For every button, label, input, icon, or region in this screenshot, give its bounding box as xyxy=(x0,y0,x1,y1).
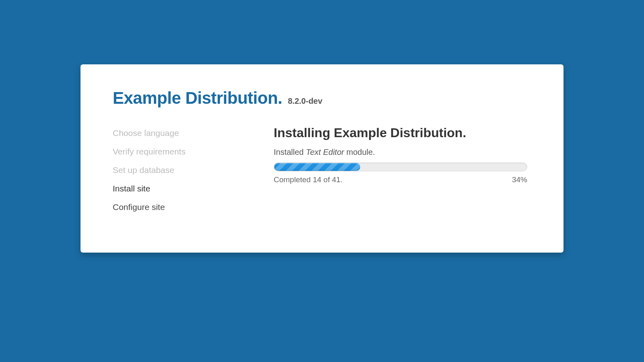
site-title: Example Distribution. xyxy=(113,88,282,108)
install-heading: Installing Example Distribution. xyxy=(274,125,531,140)
status-prefix: Installed xyxy=(274,148,306,156)
header: Example Distribution. 8.2.0-dev xyxy=(113,88,531,108)
steps-sidebar: Choose language Verify requirements Set … xyxy=(113,124,258,216)
status-module-name: Text Editor xyxy=(306,148,344,156)
step-label: Configure site xyxy=(113,202,258,212)
status-line: Installed Text Editor module. xyxy=(274,148,531,157)
progress-bar xyxy=(274,162,527,171)
step-label: Install site xyxy=(113,184,258,193)
step-label: Choose language xyxy=(113,128,258,138)
progress-fill xyxy=(274,163,360,171)
progress-completed-label: Completed 14 of 41. xyxy=(274,175,343,184)
version-label: 8.2.0-dev xyxy=(288,97,322,106)
progress-percent-label: 34% xyxy=(512,175,527,184)
step-install-site: Install site xyxy=(113,179,258,198)
step-choose-language: Choose language xyxy=(113,124,258,142)
step-label: Verify requirements xyxy=(113,147,258,156)
installer-card: Example Distribution. 8.2.0-dev Choose l… xyxy=(80,64,564,253)
main-panel: Installing Example Distribution. Install… xyxy=(274,124,531,216)
progress-meta: Completed 14 of 41. 34% xyxy=(274,175,527,184)
step-setup-database: Set up database xyxy=(113,161,258,179)
step-configure-site: Configure site xyxy=(113,198,258,216)
step-verify-requirements: Verify requirements xyxy=(113,142,258,161)
content-area: Choose language Verify requirements Set … xyxy=(113,124,531,216)
step-label: Set up database xyxy=(113,165,258,175)
status-suffix: module. xyxy=(344,148,375,156)
